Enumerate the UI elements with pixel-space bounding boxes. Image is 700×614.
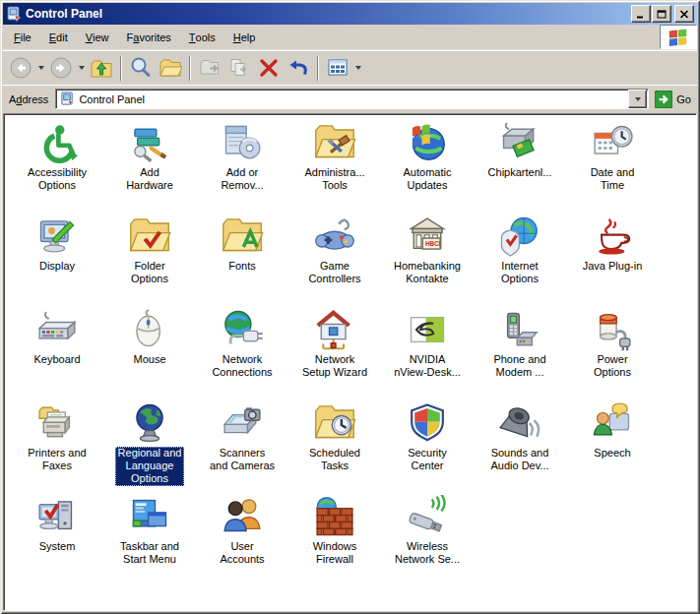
toolbar-separator [317,56,319,81]
menu-help[interactable]: Help [224,25,265,49]
item-label: Folder Options [128,260,171,286]
close-button[interactable] [674,5,694,23]
forward-button[interactable] [46,53,76,83]
item-mouse[interactable]: Mouse [103,306,196,399]
menu-favorites[interactable]: Favorites [118,25,180,49]
scanners-cameras-icon [221,401,264,445]
sounds-audio-icon [498,401,541,445]
item-speech[interactable]: Speech [566,399,659,493]
item-label: NVIDIA nView-Desk... [391,353,464,380]
user-accounts-icon [221,495,264,538]
item-display[interactable]: Display [11,213,103,306]
item-network-connections[interactable]: Network Connections [196,306,288,399]
address-dropdown-button[interactable] [628,90,647,108]
system-icon [35,495,79,538]
item-label: Chipkartenl... [485,166,555,180]
item-security-center[interactable]: Security Center [381,399,474,493]
address-value: Control Panel [79,93,624,105]
item-phone-modem[interactable]: Phone and Modem ... [474,306,566,399]
item-label: Add or Remov... [218,166,266,193]
item-label: Taskbar and Start Menu [117,540,182,567]
folders-button[interactable] [156,53,185,83]
item-label: Fonts [225,260,259,274]
item-card-reader[interactable]: Chipkartenl... [474,119,566,213]
item-scheduled-tasks[interactable]: Scheduled Tasks [288,399,381,493]
forward-dropdown[interactable] [76,53,87,83]
item-fonts[interactable]: Fonts [196,213,288,306]
copy-to-button[interactable] [224,53,254,83]
item-printers-faxes[interactable]: Printers and Faxes [11,399,103,493]
move-to-button[interactable] [195,53,224,83]
undo-icon [286,56,310,80]
chevron-down-icon [355,66,361,70]
item-date-time[interactable]: Date and Time [566,119,659,213]
item-user-accounts[interactable]: User Accounts [196,493,288,586]
toolbar [3,50,697,85]
undo-button[interactable] [284,53,313,83]
copy-to-icon [227,56,251,80]
menu-tools[interactable]: Tools [180,25,224,49]
item-label: Homebanking Kontakte [391,260,464,286]
go-arrow-icon [655,91,672,108]
address-bar: Address Control Panel Go [3,85,697,113]
item-accessibility[interactable]: Accessibility Options [11,119,103,213]
item-system[interactable]: System [11,493,103,586]
item-power-options[interactable]: Power Options [566,306,659,399]
chevron-down-icon [635,97,641,101]
item-sounds-audio[interactable]: Sounds and Audio Dev... [474,399,566,493]
menu-bar: FileEditViewFavoritesToolsHelp [3,25,697,50]
item-internet-options[interactable]: Internet Options [474,213,566,306]
item-label: Keyboard [31,353,83,367]
item-regional-language[interactable]: Regional and Language Options [103,399,196,493]
item-label: Administra... Tools [301,166,367,193]
item-folder-options[interactable]: Folder Options [103,213,196,306]
go-label: Go [676,93,691,105]
delete-button[interactable] [254,53,284,83]
display-icon [35,215,79,258]
item-nvidia-nview[interactable]: NVIDIA nView-Desk... [381,306,474,399]
item-label: Sounds and Audio Dev... [487,447,551,473]
title-bar[interactable]: Control Panel [3,3,697,25]
menu-file[interactable]: File [5,25,40,49]
accessibility-icon [35,121,79,164]
item-network-setup-wizard[interactable]: Network Setup Wizard [288,306,381,399]
chevron-down-icon [38,66,44,70]
up-button[interactable] [87,53,116,83]
item-windows-firewall[interactable]: Windows Firewall [288,493,381,586]
item-label: Regional and Language Options [115,447,185,486]
svg-text:HBCI: HBCI [425,240,441,247]
go-button[interactable]: Go [653,91,694,108]
menu-view[interactable]: View [77,25,118,49]
item-label: Mouse [130,353,168,367]
item-label: Java Plug-in [580,260,646,274]
automatic-updates-icon [406,121,449,164]
maximize-button[interactable] [652,5,671,23]
item-administrative-tools[interactable]: Administra... Tools [288,119,381,213]
item-game-controllers[interactable]: Game Controllers [288,213,381,306]
item-automatic-updates[interactable]: Automatic Updates [381,119,474,213]
item-add-remove-programs[interactable]: Add or Remov... [196,119,288,213]
views-button[interactable] [323,53,352,83]
network-setup-wizard-icon [313,308,356,351]
java-plugin-icon [591,215,634,258]
search-button[interactable] [126,53,156,83]
back-dropdown[interactable] [35,53,46,83]
item-add-hardware[interactable]: Add Hardware [103,119,196,213]
views-icon [326,56,350,80]
item-wireless-network[interactable]: Wireless Network Se... [381,493,474,586]
item-taskbar-startmenu[interactable]: Taskbar and Start Menu [103,493,196,586]
address-input[interactable]: Control Panel [55,89,649,109]
item-java-plugin[interactable]: Java Plug-in [566,213,659,306]
item-homebanking[interactable]: HBCI Homebanking Kontakte [381,213,474,306]
back-button[interactable] [6,53,35,83]
item-label: Windows Firewall [310,540,360,567]
views-dropdown[interactable] [352,53,363,83]
regional-language-icon [128,401,171,445]
control-panel-icon-small [60,92,75,106]
item-keyboard[interactable]: Keyboard [11,306,103,399]
delete-icon [257,56,281,80]
menu-edit[interactable]: Edit [40,25,77,49]
minimize-button[interactable] [631,5,651,23]
item-scanners-cameras[interactable]: Scanners and Cameras [196,399,288,493]
nvidia-nview-icon [406,308,449,351]
